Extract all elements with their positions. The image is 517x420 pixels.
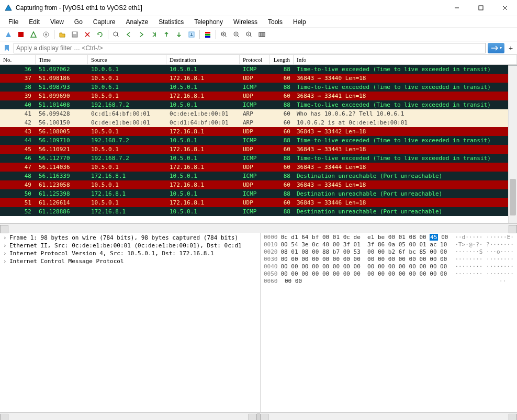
zoom-in-button[interactable] <box>218 29 230 40</box>
start-capture-button[interactable] <box>3 29 14 40</box>
col-header-destination[interactable]: Destination <box>166 55 240 64</box>
menu-capture[interactable]: Capture <box>88 17 121 27</box>
capture-options-button[interactable] <box>40 29 52 40</box>
close-file-button[interactable] <box>82 29 93 40</box>
restart-capture-button[interactable] <box>28 29 39 40</box>
packet-row[interactable]: 4656.112770192.168.7.210.5.0.1ICMP88Time… <box>0 154 517 163</box>
zoom-out-button[interactable] <box>231 29 242 40</box>
packet-row[interactable]: 3651.09706210.0.6.110.5.0.1ICMP88Time-to… <box>0 65 517 74</box>
packet-row[interactable]: 4256.1001500c:de:e1:be:00:010c:d1:64:bf:… <box>0 118 517 127</box>
add-filter-button[interactable]: + <box>507 44 515 52</box>
colorize-button[interactable] <box>202 29 213 40</box>
svg-point-6 <box>45 33 47 36</box>
hex-line[interactable]: 001000 54 3e 0c 40 00 3f 01 3f 86 0a 05 … <box>264 241 514 248</box>
packet-details-tree[interactable]: Frame 1: 98 bytes on wire (784 bits), 98… <box>0 233 261 412</box>
menu-telephony[interactable]: Telephony <box>189 17 228 27</box>
svg-rect-27 <box>259 32 261 37</box>
packet-row[interactable]: 4961.12305810.5.0.1172.16.8.1UDP6036843 … <box>0 180 517 189</box>
menu-view[interactable]: View <box>45 17 69 27</box>
packet-row[interactable]: 4356.10800510.5.0.1172.16.8.1UDP6036843 … <box>0 127 517 136</box>
svg-rect-29 <box>263 32 265 37</box>
window-minimize-button[interactable] <box>445 0 469 16</box>
packet-row[interactable]: 5261.128886172.16.8.110.5.0.1ICMP88Desti… <box>0 207 517 216</box>
window-maximize-button[interactable] <box>469 0 493 16</box>
packet-list-vscrollbar[interactable] <box>508 65 517 223</box>
col-header-length[interactable]: Length <box>270 55 294 64</box>
go-forward-button[interactable] <box>136 29 147 40</box>
window-titlebar: Capturing from - [VyOS1 eth1 to VyOS2 et… <box>0 0 517 16</box>
hex-line[interactable]: 002008 01 08 00 88 b7 00 53 00 00 b2 6f … <box>264 248 514 256</box>
packet-row[interactable]: 4156.0994280c:d1:64:bf:00:010c:de:e1:be:… <box>0 109 517 118</box>
display-filter-input[interactable] <box>14 43 486 53</box>
packet-row[interactable]: 3851.09879310.0.6.110.5.0.1ICMP88Time-to… <box>0 83 517 92</box>
packet-list-hscrollbar[interactable] <box>0 223 517 233</box>
svg-line-20 <box>225 36 227 37</box>
display-filter-bar: ▾ + <box>0 41 517 55</box>
tree-item[interactable]: Ethernet II, Src: 0c:de:e1:be:00:01 (0c:… <box>0 242 260 249</box>
hex-line[interactable]: 004000 00 00 00 00 00 00 00 00 00 00 00 … <box>264 263 514 270</box>
find-packet-button[interactable] <box>110 29 122 40</box>
toolbar: 1 <box>0 28 517 41</box>
menu-tools[interactable]: Tools <box>263 17 288 27</box>
menu-analyze[interactable]: Analyze <box>121 17 154 27</box>
window-title: Capturing from - [VyOS1 eth1 to VyOS2 et… <box>16 4 445 12</box>
menu-go[interactable]: Go <box>69 17 88 27</box>
tree-hscrollbar[interactable] <box>0 412 257 420</box>
svg-rect-1 <box>479 6 483 10</box>
packet-row[interactable]: 5161.12661410.5.0.1172.16.8.1UDP6036843 … <box>0 198 517 207</box>
packet-row[interactable]: 4051.101408192.168.7.210.5.0.1ICMP88Time… <box>0 100 517 109</box>
col-header-no[interactable]: No. <box>0 55 36 64</box>
col-header-info[interactable]: Info <box>294 55 517 64</box>
col-header-protocol[interactable]: Protocol <box>240 55 270 64</box>
save-file-button[interactable] <box>69 29 81 40</box>
packet-bytes-hex[interactable]: 00000c d1 64 bf 00 01 0c de e1 be 00 01 … <box>261 233 517 412</box>
packet-row[interactable]: 4856.116339172.16.8.110.5.0.1ICMP88Desti… <box>0 172 517 180</box>
hex-hscrollbar[interactable] <box>260 412 517 420</box>
hex-line[interactable]: 005000 00 00 00 00 00 00 00 00 00 00 00 … <box>264 270 514 278</box>
bookmark-filter-icon[interactable] <box>2 43 12 53</box>
svg-rect-15 <box>205 34 210 36</box>
zoom-reset-button[interactable]: 1 <box>243 29 255 40</box>
go-first-button[interactable] <box>161 29 172 40</box>
hex-line[interactable]: 006000 00·· <box>264 278 514 285</box>
svg-point-11 <box>114 32 118 36</box>
app-icon <box>4 4 13 12</box>
menu-help[interactable]: Help <box>288 17 311 27</box>
svg-rect-4 <box>18 32 24 37</box>
stop-capture-button[interactable] <box>15 29 27 40</box>
packet-row[interactable]: 4756.11403610.5.0.1172.16.8.1UDP6036843 … <box>0 163 517 172</box>
packet-row[interactable]: 4556.11092110.5.0.1172.16.8.1UDP6036843 … <box>0 145 517 154</box>
svg-text:1: 1 <box>248 32 250 36</box>
hex-line[interactable]: 00000c d1 64 bf 00 01 0c de e1 be 00 01 … <box>264 234 514 241</box>
open-file-button[interactable] <box>57 29 68 40</box>
go-to-packet-button[interactable] <box>148 29 160 40</box>
hex-line[interactable]: 003000 00 00 00 00 00 00 00 00 00 00 00 … <box>264 256 514 263</box>
window-close-button[interactable] <box>493 0 517 16</box>
go-last-button[interactable] <box>173 29 185 40</box>
svg-rect-8 <box>73 32 76 34</box>
packet-list[interactable]: No. Time Source Destination Protocol Len… <box>0 55 517 223</box>
packet-row[interactable]: 3751.09818610.5.0.1172.16.8.1UDP6036843 … <box>0 74 517 83</box>
menu-wireless[interactable]: Wireless <box>228 17 263 27</box>
tree-item[interactable]: Internet Protocol Version 4, Src: 10.5.0… <box>0 249 260 257</box>
packet-row[interactable]: 5061.125398172.16.8.110.5.0.1ICMP88Desti… <box>0 189 517 198</box>
reload-button[interactable] <box>94 29 106 40</box>
col-header-source[interactable]: Source <box>88 55 166 64</box>
svg-rect-14 <box>205 32 210 33</box>
svg-line-26 <box>250 36 252 37</box>
svg-line-12 <box>117 36 119 37</box>
menu-file[interactable]: File <box>3 17 24 27</box>
menu-edit[interactable]: Edit <box>24 17 45 27</box>
resize-columns-button[interactable] <box>256 29 267 40</box>
tree-item[interactable]: Frame 1: 98 bytes on wire (784 bits), 98… <box>0 234 260 242</box>
svg-line-23 <box>238 36 239 37</box>
tree-item[interactable]: Internet Control Message Protocol <box>0 257 260 265</box>
apply-filter-button[interactable]: ▾ <box>488 43 504 53</box>
packet-row[interactable]: 4456.109710192.168.7.210.5.0.1ICMP88Time… <box>0 136 517 145</box>
packet-row[interactable]: 3951.09969010.5.0.1172.16.8.1UDP6036843 … <box>0 92 517 100</box>
menu-statistics[interactable]: Statistics <box>153 17 189 27</box>
menubar: File Edit View Go Capture Analyze Statis… <box>0 16 517 28</box>
auto-scroll-button[interactable] <box>186 29 197 40</box>
col-header-time[interactable]: Time <box>36 55 88 64</box>
go-back-button[interactable] <box>123 29 134 40</box>
